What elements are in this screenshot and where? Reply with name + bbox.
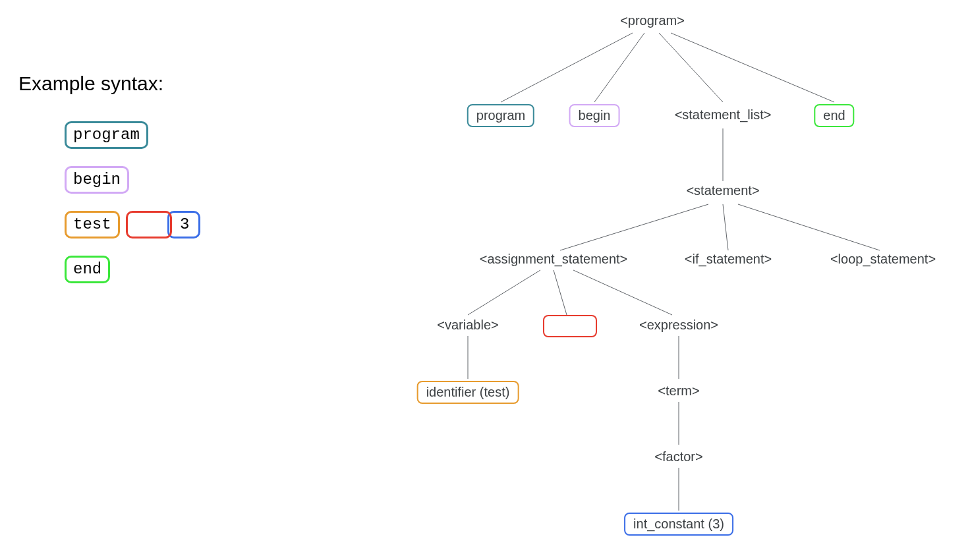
code-program: program	[65, 121, 148, 149]
svg-line-1	[594, 33, 644, 102]
svg-line-0	[501, 33, 633, 102]
svg-line-10	[573, 270, 672, 315]
code-end: end	[65, 256, 110, 283]
node-factor: <factor>	[654, 449, 702, 464]
node-variable: <variable>	[437, 318, 498, 333]
svg-line-3	[671, 33, 834, 102]
node-assignment-statement: <assignment_statement>	[480, 252, 628, 267]
node-if-statement: <if_statement>	[685, 252, 772, 267]
node-expression: <expression>	[639, 318, 718, 333]
svg-line-2	[659, 33, 723, 102]
code-test: test	[65, 211, 120, 238]
node-end-kw: end	[814, 104, 854, 127]
tree-edges	[362, 0, 969, 560]
heading-example-syntax: Example syntax:	[18, 72, 163, 95]
node-term: <term>	[658, 383, 699, 399]
node-statement: <statement>	[686, 183, 759, 198]
code-assignment-empty	[126, 211, 172, 238]
svg-line-5	[560, 204, 708, 250]
node-loop-statement: <loop_statement>	[830, 252, 936, 267]
code-three: 3	[167, 211, 200, 238]
svg-line-7	[738, 204, 880, 250]
svg-line-8	[468, 270, 540, 315]
parse-tree: <program> program begin <statement_list>…	[362, 0, 969, 560]
node-identifier: identifier (test)	[417, 381, 519, 404]
svg-line-9	[554, 270, 567, 315]
node-int-constant: int_constant (3)	[624, 513, 733, 536]
code-begin: begin	[65, 166, 129, 194]
node-assign-operator-empty	[543, 315, 597, 337]
node-begin-kw: begin	[569, 104, 620, 127]
node-program-root: <program>	[620, 13, 685, 28]
node-statement-list: <statement_list>	[675, 107, 772, 123]
svg-line-6	[723, 204, 728, 250]
node-program-kw: program	[467, 104, 534, 127]
